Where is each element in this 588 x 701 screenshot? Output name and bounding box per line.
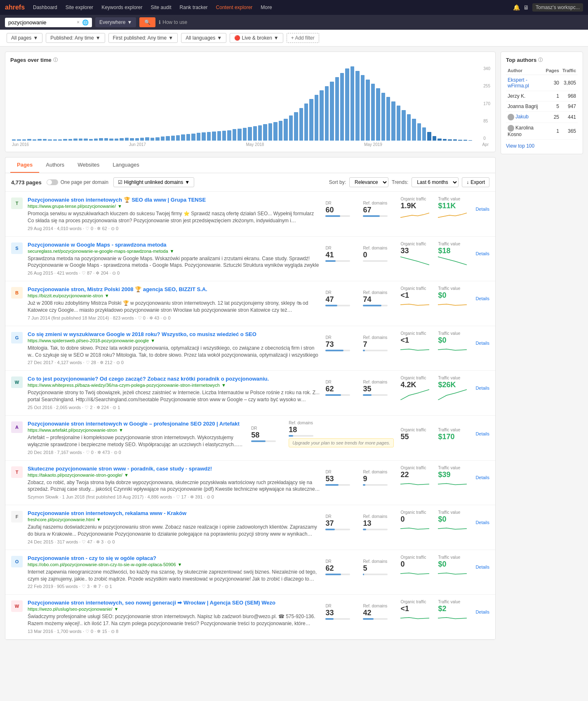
view-top-100-link[interactable]: View top 100: [506, 143, 534, 149]
live-broken-filter[interactable]: 🔴 Live & broken ▼: [230, 33, 283, 43]
traffic-sparkline: [438, 612, 469, 624]
ref-domains-label: Ref. domains: [363, 201, 394, 205]
traffic-value-label: Traffic value: [438, 376, 469, 380]
chart-y-label-3: 170: [483, 101, 490, 106]
language-filter[interactable]: All languages ▼: [181, 33, 226, 43]
how-to-use-link[interactable]: ℹ How to use: [159, 19, 187, 25]
details-button[interactable]: Details: [475, 386, 489, 390]
chart-bar: [125, 138, 129, 141]
result-title[interactable]: Pozycjonowanie stron internetowych 🏆 SEO…: [28, 197, 320, 203]
result-title[interactable]: Pozycjonowanie stron, Mistrz Polski 2008…: [28, 286, 320, 292]
nav-content-explorer[interactable]: Content explorer: [213, 3, 256, 12]
monitor-icon[interactable]: 🖥: [523, 4, 529, 11]
organic-traffic-label: Organic traffic: [400, 510, 431, 515]
result-title[interactable]: Co się zmieni w wyszukiwarce Google w 20…: [28, 331, 320, 337]
author-col-header: Author: [506, 66, 544, 75]
details-button[interactable]: Details: [475, 475, 489, 480]
details-button[interactable]: Details: [475, 341, 489, 346]
ref-domains-label: Ref. domains: [363, 514, 394, 519]
details-button[interactable]: Details: [475, 207, 489, 212]
info-icon[interactable]: ⓘ: [53, 57, 58, 63]
traffic-value-metric: Traffic value $0: [438, 331, 469, 355]
result-title[interactable]: Pozycjonowanie stron internetowych, reka…: [28, 510, 320, 516]
url-text: https://www.artefakt.pl/pozycjonowanie-s…: [28, 428, 117, 433]
details-button[interactable]: Details: [475, 296, 489, 301]
author-link[interactable]: Jakub: [508, 114, 529, 120]
search-button[interactable]: 🔍: [139, 17, 155, 27]
tab-websites[interactable]: Websites: [71, 158, 106, 173]
dr-bar: [325, 215, 350, 217]
export-button[interactable]: ↓ Export: [462, 177, 489, 187]
nav-rank-tracker[interactable]: Rank tracker: [176, 3, 211, 12]
chart-bar: [99, 138, 103, 141]
dr-metric: DR 47: [325, 290, 356, 306]
url-text: https://www.grupa-tense.pl/pozycjonowani…: [28, 204, 116, 209]
nav-site-explorer[interactable]: Site explorer: [62, 3, 96, 12]
organic-traffic-metric: Organic traffic 55: [400, 428, 431, 440]
tab-languages[interactable]: Languages: [106, 158, 146, 173]
trends-select[interactable]: Last 6 months: [412, 177, 459, 187]
dr-value: 60: [325, 206, 356, 214]
one-page-per-domain-toggle: One page per domain: [47, 179, 108, 185]
details-button[interactable]: Details: [475, 251, 489, 256]
result-title[interactable]: Pozycjonowanie w Google Maps - sprawdzon…: [28, 242, 320, 248]
first-published-filter[interactable]: First published: Any time ▼: [108, 33, 178, 43]
author-link[interactable]: Ekspert - wFirma.pl: [508, 77, 529, 89]
result-snippet: Mitologia. Tak, to dobre słowo. Przez la…: [28, 345, 320, 359]
nav-keywords-explorer[interactable]: Keywords explorer: [98, 3, 146, 12]
author-pages: 25: [544, 112, 561, 123]
metrics-wrap: DR 47 Ref. domains 74 Organic traffic <1: [325, 286, 489, 311]
details-button[interactable]: Details: [475, 520, 489, 525]
ref-bar: [363, 618, 388, 620]
ref-domains-metric: Ref. domains 13: [363, 514, 394, 530]
chart-bar: [463, 140, 467, 141]
ref-domains-value: 7: [363, 341, 394, 348]
organic-sparkline: [400, 568, 431, 579]
scope-dropdown[interactable]: Everywhere ▼: [95, 17, 136, 27]
notifications-icon[interactable]: 🔔: [513, 4, 520, 11]
all-pages-filter[interactable]: All pages ▼: [7, 33, 42, 43]
organic-sparkline: [400, 388, 431, 400]
table-row: Ekspert - wFirma.pl303,805: [506, 75, 578, 91]
sort-select[interactable]: Relevance: [349, 177, 388, 187]
result-title[interactable]: Co to jest pozycjonowanie? Od czego zacz…: [28, 376, 320, 382]
organic-traffic-metric: Organic traffic <1: [400, 331, 431, 355]
toggle-switch[interactable]: [47, 179, 58, 185]
result-snippet: Zaufaj naszemu doświadczeniu w pozycjono…: [28, 524, 320, 538]
chart-bar: [161, 136, 165, 141]
author-traffic: 947: [561, 101, 578, 112]
result-title[interactable]: Pozycjonowanie stron internetowych, seo …: [28, 600, 320, 606]
highlight-unlinked-button[interactable]: ☑ Highlight unlinked domains ▼: [113, 177, 194, 187]
organic-traffic-metric: Organic traffic <1: [400, 286, 431, 311]
nav-dashboard[interactable]: Dashboard: [30, 3, 61, 12]
user-menu[interactable]: Tomasz's workspc...: [532, 3, 583, 12]
sort-controls: Sort by: Relevance Trends: Last 6 months…: [329, 177, 489, 187]
chart-bar: [22, 139, 26, 141]
chevron-down-icon: ▼: [221, 383, 226, 388]
result-title[interactable]: Pozycjonowanie stron - czy to się w ogól…: [28, 555, 320, 561]
clear-search-button[interactable]: ×: [77, 19, 80, 25]
author-name: Joanna Bagrij: [506, 101, 544, 112]
details-button[interactable]: Details: [475, 565, 489, 569]
result-title[interactable]: Pozycjonowanie stron internetowych w Goo…: [28, 421, 246, 427]
tab-pages[interactable]: Pages: [10, 158, 39, 173]
info-icon[interactable]: ⓘ: [538, 57, 543, 63]
chart-bar: [217, 131, 221, 141]
nav-site-audit[interactable]: Site audit: [148, 3, 175, 12]
result-item: W Pozycjonowanie stron internetowych, se…: [5, 595, 495, 640]
published-filter[interactable]: Published: Any time ▼: [46, 33, 105, 43]
chart-bar: [48, 139, 52, 141]
chart-bar: [407, 114, 411, 141]
nav-more[interactable]: More: [257, 3, 275, 12]
result-url: secureglass.net/pozycjonowanie-w-google-…: [28, 249, 320, 254]
organic-traffic-label: Organic traffic: [400, 376, 431, 380]
tab-authors[interactable]: Authors: [39, 158, 71, 173]
add-filter-button[interactable]: + Add filter: [287, 33, 319, 43]
result-title[interactable]: Skuteczne pozycjonowanie stron www - por…: [28, 466, 320, 472]
details-button[interactable]: Details: [475, 431, 489, 436]
ref-domains-value: 0: [363, 251, 394, 259]
details-button[interactable]: Details: [475, 609, 489, 614]
search-input[interactable]: [8, 19, 74, 26]
ref-domains-value: 67: [363, 206, 394, 214]
chart-bar: [197, 133, 200, 141]
